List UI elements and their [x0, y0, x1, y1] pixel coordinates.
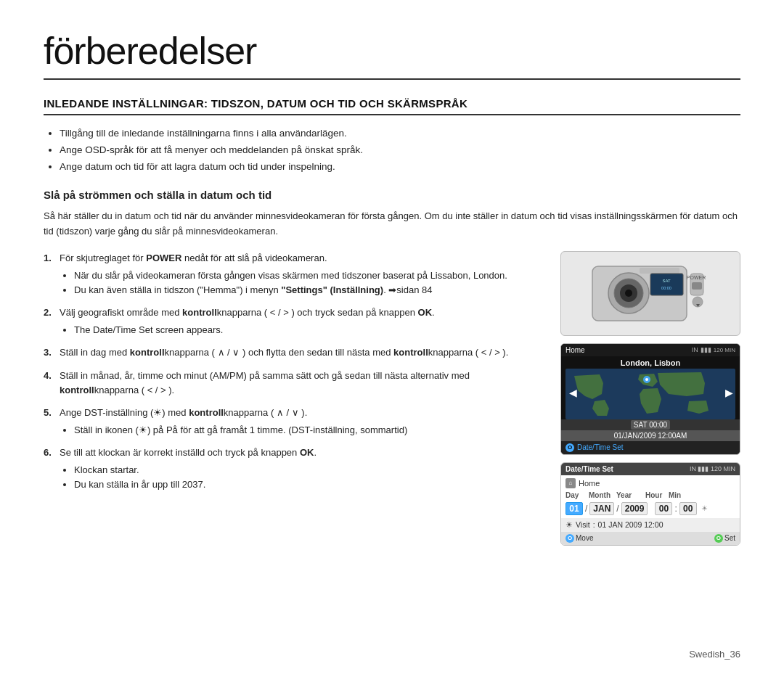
- bullet-1: Tillgång till de inledande inställningar…: [60, 126, 740, 142]
- dt-sep-2: /: [616, 504, 618, 514]
- tz-battery-icon: ▮▮▮: [701, 346, 711, 353]
- tz-signal-icon: IN: [692, 346, 698, 353]
- svg-text:POWER: POWER: [687, 275, 706, 280]
- dt-home-icon: ⌂: [565, 478, 576, 488]
- step-2-text: Välj geografiskt område med kontrollknap…: [60, 305, 546, 337]
- dt-min-cell: 00: [679, 502, 697, 515]
- timezone-screen: Home IN ▮▮▮ 120 MIN London, Lisbon: [560, 343, 740, 455]
- dt-visit-sep: :: [593, 520, 595, 529]
- step-1-text: För skjutreglaget för POWER nedåt för at…: [60, 251, 546, 298]
- dt-col-day-header: Day: [565, 491, 589, 499]
- step-2-number: 2.: [44, 305, 55, 337]
- dt-visit-row: ☀ Visit : 01 JAN 2009 12:00: [561, 518, 740, 532]
- step-5: 5. Ange DST-inställning (☀) med kontroll…: [44, 406, 546, 438]
- dt-screen-icons: IN ▮▮▮ 120 MIN: [690, 465, 735, 472]
- main-content: 1. För skjutreglaget för POWER nedåt för…: [44, 251, 740, 546]
- page-footer: Swedish_36: [689, 649, 740, 660]
- step-1: 1. För skjutreglaget för POWER nedåt för…: [44, 251, 546, 298]
- dt-visit-label: Visit: [576, 520, 590, 529]
- dt-visit-icon: ☀: [565, 520, 573, 530]
- tz-bottom-bar: O Date/Time Set: [561, 441, 740, 454]
- tz-map: ◀ ▶: [565, 369, 735, 419]
- svg-rect-8: [692, 282, 702, 290]
- step-4-text: Ställ in månad, år, timme och minut (AM/…: [60, 369, 546, 398]
- dt-set-circle: O: [714, 534, 723, 543]
- tz-datetime-bar: 01/JAN/2009 12:00AM: [561, 430, 740, 441]
- svg-rect-11: [650, 274, 683, 295]
- svg-text:SAT: SAT: [662, 279, 671, 283]
- dt-col-year-header: Year: [616, 491, 645, 499]
- step-1-sub-2: Du kan även ställa in tidszon ("Hemma") …: [74, 283, 546, 298]
- dt-set-item: O Set: [714, 534, 735, 543]
- dt-screen-title: Date/Time Set: [565, 465, 613, 473]
- bullet-2: Ange OSD-språk för att få menyer och med…: [60, 142, 740, 159]
- camera-device: POWER SAT 00:00: [560, 251, 740, 336]
- tz-date-time-set-label: Date/Time Set: [577, 443, 624, 451]
- dt-move-circle: O: [565, 534, 574, 543]
- step-1-sub-1: När du slår på videokameran första gånge…: [74, 268, 546, 283]
- svg-text:◀: ◀: [569, 387, 577, 398]
- tz-time-bar: SAT 00:00: [561, 419, 740, 430]
- page-title: förberedelser: [44, 29, 740, 80]
- step-3: 3. Ställ in dag med kontrollknapparna ( …: [44, 345, 546, 360]
- dt-home-row: ⌂ Home: [561, 475, 740, 490]
- step-6-number: 6.: [44, 446, 55, 492]
- right-column: POWER SAT 00:00 Home IN ▮▮▮ 120 MIN: [560, 251, 740, 546]
- dt-col-month-header: Month: [589, 491, 616, 499]
- step-5-number: 5.: [44, 406, 55, 438]
- dt-sep-4: :: [674, 504, 677, 514]
- dt-year-cell: 2009: [621, 502, 648, 515]
- step-5-sub-1: Ställ in ikonen (☀) på På för att gå fra…: [74, 423, 546, 438]
- step-6-text: Se till att klockan är korrekt inställd …: [60, 446, 546, 492]
- step-3-text: Ställ in dag med kontrollknapparna ( ∧ /…: [60, 345, 546, 360]
- footer-text: Swedish_36: [689, 649, 740, 660]
- tz-city-label: London, Lisbon: [561, 356, 740, 369]
- step-3-number: 3.: [44, 345, 55, 360]
- step-4: 4. Ställ in månad, år, timme och minut (…: [44, 369, 546, 398]
- datetime-set-screen: Date/Time Set IN ▮▮▮ 120 MIN ⌂ Home Day …: [560, 462, 740, 546]
- dt-bottom-bar: O Move O Set: [561, 532, 740, 545]
- dt-set-label: Set: [724, 534, 735, 542]
- step-1-number: 1.: [44, 251, 55, 298]
- camera-illustration: POWER SAT 00:00: [578, 259, 723, 328]
- tz-icons: IN ▮▮▮ 120 MIN: [692, 346, 735, 353]
- step-4-number: 4.: [44, 369, 55, 398]
- dt-visit-date: 01 JAN 2009 12:00: [598, 520, 663, 529]
- tz-timezone-code: SAT 00:00: [631, 420, 670, 430]
- tz-ok-icon: O: [565, 443, 574, 452]
- body-para: Så här ställer du in datum och tid när d…: [44, 208, 740, 239]
- bullet-3: Ange datum och tid för att lagra datum o…: [60, 159, 740, 176]
- svg-rect-5: [640, 268, 679, 274]
- dt-month-cell: JAN: [589, 502, 614, 515]
- svg-text:▶: ▶: [725, 387, 733, 398]
- dt-col-headers: Day Month Year Hour Min: [561, 490, 740, 501]
- step-2-sub-1: The Date/Time Set screen appears.: [74, 323, 546, 337]
- step-6: 6. Se till att klockan är korrekt instäl…: [44, 446, 546, 492]
- section-heading: INLEDANDE INSTÄLLNINGAR: TIDSZON, DATUM …: [44, 97, 740, 115]
- svg-point-16: [645, 378, 648, 381]
- dt-dst-icon: ☀: [701, 504, 708, 512]
- tz-top-bar: Home IN ▮▮▮ 120 MIN: [561, 344, 740, 356]
- steps-column: 1. För skjutreglaget för POWER nedåt för…: [44, 251, 546, 546]
- dt-move-item: O Move: [565, 534, 593, 543]
- dt-col-min-header: Min: [669, 491, 690, 499]
- dt-hour-cell: 00: [655, 502, 672, 515]
- step-6-sub-1: Klockan startar.: [74, 463, 546, 477]
- step-6-sub-2: Du kan ställa in år upp till 2037.: [74, 477, 546, 492]
- steps-list: 1. För skjutreglaget för POWER nedåt för…: [44, 251, 546, 493]
- step-2: 2. Välj geografiskt område med kontrollk…: [44, 305, 546, 337]
- tz-home-label: Home: [565, 346, 585, 354]
- tz-timer-icon: 120 MIN: [714, 347, 735, 353]
- intro-bullets: Tillgång till de inledande inställningar…: [44, 126, 740, 176]
- svg-text:00:00: 00:00: [661, 286, 671, 290]
- dt-home-label: Home: [579, 479, 600, 488]
- dt-day-cell: 01: [565, 502, 583, 515]
- dt-col-hour-header: Hour: [645, 491, 669, 499]
- sub-heading: Slå på strömmen och ställa in datum och …: [44, 189, 740, 201]
- dt-input-row: 01 / JAN / 2009 00 : 00 ☀: [561, 501, 740, 518]
- svg-point-4: [625, 290, 632, 297]
- dt-move-label: Move: [576, 534, 593, 542]
- dt-sep-1: /: [585, 504, 587, 514]
- step-5-text: Ange DST-inställning (☀) med kontrollkna…: [60, 406, 546, 438]
- dt-top-bar: Date/Time Set IN ▮▮▮ 120 MIN: [561, 463, 740, 475]
